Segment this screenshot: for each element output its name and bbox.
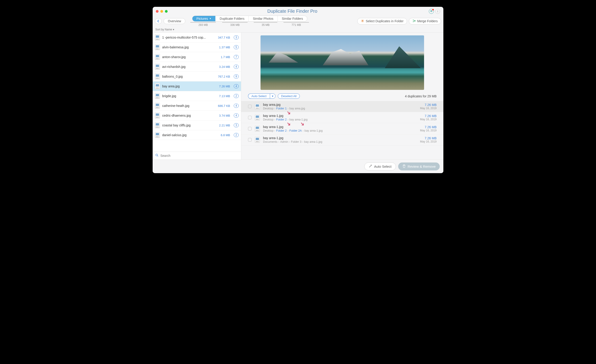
tab-size-label: 771 MB [280, 22, 312, 27]
file-name: balloons_0.jpg [162, 75, 216, 78]
footer-auto-select-button[interactable]: Auto Select [364, 162, 396, 170]
duplicate-row[interactable]: ➔ bay area-1.jpg Desktop›Folder 2›bay ar… [241, 112, 443, 123]
duplicate-count-badge: 7 [234, 55, 239, 59]
duplicate-size: 7.26 MB [420, 103, 437, 107]
tab-similar-photos[interactable]: Similar Photos [249, 16, 277, 21]
jpeg-icon [155, 122, 160, 128]
file-name: coastal bay cliffs.jpg [162, 124, 217, 127]
back-button[interactable] [155, 18, 162, 24]
deselect-all-button[interactable]: Deselect All [278, 94, 300, 99]
file-row[interactable]: daniel-salcius.jpg 6.8 MB 2 [153, 130, 241, 140]
checkbox[interactable] [248, 105, 252, 108]
checkbox[interactable] [248, 116, 252, 119]
duplicate-count-badge: 2 [234, 94, 239, 98]
jpeg-icon [155, 35, 160, 40]
jpeg-icon [255, 115, 260, 121]
maximize-window-button[interactable] [165, 10, 168, 13]
jpeg-icon [155, 64, 160, 70]
jpeg-icon [155, 103, 160, 109]
jpeg-icon [155, 113, 160, 118]
file-name: brigde.jpg [162, 94, 217, 98]
duplicate-size: 7.26 MB [420, 114, 437, 118]
tab-size-label: 35 MB [251, 22, 280, 27]
duplicate-name: bay area.jpg [263, 103, 417, 106]
file-name: daniel-salcius.jpg [162, 133, 218, 137]
auto-select-dropdown[interactable]: ▾ [270, 94, 276, 99]
merge-folders-button[interactable]: Merge Folders [409, 18, 441, 24]
search-icon [155, 154, 158, 158]
image-preview [241, 33, 443, 92]
review-remove-button[interactable]: Review & Remove [398, 162, 440, 170]
window-title: Duplicate File Finder Pro [156, 9, 429, 14]
file-size: 7.13 MB [219, 95, 230, 98]
duplicate-path: Documents›Admin›Folder 3›bay area-1.jpg [263, 140, 417, 143]
file-row[interactable]: anton-sharov.jpg 1.7 MB 7 [153, 52, 241, 62]
duplicate-row[interactable]: bay area-1.jpg Documents›Admin›Folder 3›… [241, 134, 443, 146]
duplicate-path: Desktop›Folder 2›bay area-1.jpg [263, 118, 417, 121]
file-row[interactable]: brigde.jpg 7.13 MB 2 [153, 91, 241, 101]
file-row[interactable]: avi-richardsh.jpg 3.24 MB 4 [153, 62, 241, 72]
checkbox[interactable] [248, 127, 252, 131]
close-window-button[interactable] [156, 10, 158, 13]
file-row[interactable]: cedric-dhaenens.jpg 3.74 MB 4 [153, 111, 241, 121]
jpeg-icon [155, 44, 160, 50]
info-icon[interactable]: i [435, 9, 440, 14]
file-row[interactable]: 1 -pericos-multicolor-575 cop... 347.7 K… [153, 33, 241, 43]
file-row[interactable]: bay area.jpg 7.26 MB 4 [153, 81, 241, 91]
app-window: Duplicate File Finder Pro i Overview Pic… [153, 7, 443, 173]
search-bar [153, 152, 241, 160]
file-list[interactable]: 1 -pericos-multicolor-575 cop... 347.7 K… [153, 33, 241, 152]
duplicate-count-badge: 3 [234, 35, 239, 39]
duplicate-row[interactable]: ➔➔ bay area-1.jpg Desktop›Folder 2›Folde… [241, 123, 443, 134]
notification-dot [432, 9, 434, 10]
duplicate-date: May 16, 2019 [420, 129, 437, 132]
overview-button[interactable]: Overview [164, 18, 185, 24]
file-size: 1.37 MB [219, 46, 230, 49]
file-row[interactable]: alvin-balemesa.jpg 1.37 MB 5 [153, 43, 241, 52]
duplicate-size: 7.26 MB [420, 136, 437, 140]
duplicate-count-badge: 2 [234, 133, 239, 137]
file-name: catherine-heath.jpg [162, 104, 216, 108]
file-row[interactable]: coastal bay cliffs.jpg 2.21 MB 3 [153, 121, 241, 130]
tab-similar-folders[interactable]: Similar Folders [278, 16, 307, 21]
svg-point-2 [362, 21, 363, 21]
duplicate-date: May 16, 2019 [420, 107, 437, 110]
trash-icon [402, 164, 406, 169]
file-name: bay area.jpg [162, 84, 217, 88]
duplicate-count-badge: 5 [234, 45, 239, 49]
svg-point-0 [431, 12, 431, 12]
file-name: avi-richardsh.jpg [162, 65, 217, 69]
tab-size-label: 293 MB [187, 22, 219, 27]
duplicate-count-badge: 3 [234, 123, 239, 127]
file-size: 1.7 MB [221, 55, 230, 59]
target-icon [361, 19, 364, 23]
traffic-lights [156, 10, 168, 13]
file-size: 767.2 KB [218, 75, 230, 78]
file-name: 1 -pericos-multicolor-575 cop... [162, 36, 216, 39]
preview-image [261, 35, 424, 90]
checkbox[interactable] [248, 138, 252, 142]
merge-icon [412, 19, 416, 23]
minimize-window-button[interactable] [160, 10, 163, 13]
duplicate-count-badge: 4 [234, 84, 239, 88]
file-size: 2.21 MB [219, 124, 230, 127]
tab-pictures[interactable]: Pictures▼ [192, 16, 216, 21]
duplicate-row[interactable]: bay area.jpg Desktop›Folder 1›bay area.j… [241, 101, 443, 112]
file-size: 347.7 KB [218, 36, 230, 39]
select-duplicates-button[interactable]: Select Duplicates in Folder [357, 18, 407, 24]
search-input[interactable] [160, 154, 238, 158]
duplicate-size: 7.26 MB [420, 125, 437, 129]
duplicate-path: Desktop›Folder 1›bay area.jpg [263, 107, 417, 110]
duplicate-list: bay area.jpg Desktop›Folder 1›bay area.j… [241, 101, 443, 160]
sync-icon[interactable] [429, 9, 434, 14]
svg-point-3 [156, 154, 158, 156]
duplicate-name: bay area-1.jpg [263, 136, 417, 140]
sort-dropdown[interactable]: Sort by Name ▾ [153, 28, 443, 32]
file-row[interactable]: balloons_0.jpg 767.2 KB 9 [153, 72, 241, 81]
auto-select-button[interactable]: Auto Select [248, 94, 270, 99]
tab-duplicate-folders[interactable]: Duplicate Folders [216, 16, 249, 21]
sidebar: 1 -pericos-multicolor-575 cop... 347.7 K… [153, 33, 241, 160]
file-row[interactable]: catherine-heath.jpg 686.7 KB 4 [153, 101, 241, 111]
jpeg-icon [155, 132, 160, 138]
jpeg-icon [155, 83, 160, 89]
